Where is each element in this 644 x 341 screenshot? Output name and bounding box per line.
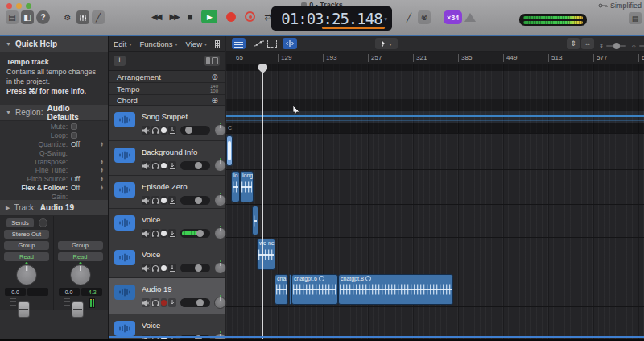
parameter-value[interactable]: Off <box>71 184 99 192</box>
menu-edit[interactable]: Edit▾ <box>114 40 131 48</box>
peak-value[interactable]: -4.3 <box>81 288 102 296</box>
track-header-episode-zero[interactable]: Episode Zero <box>109 176 225 209</box>
region-parameter-row[interactable]: Mute: <box>0 123 108 131</box>
region-list-icon[interactable] <box>232 38 246 49</box>
pencil-icon[interactable]: ╱ <box>92 10 105 24</box>
record-enable-icon[interactable] <box>161 126 167 135</box>
record-button[interactable] <box>226 12 236 22</box>
sends-label[interactable]: Sends <box>6 218 34 227</box>
stop-button[interactable]: ■ <box>188 12 193 22</box>
output-button[interactable]: Stereo Out <box>4 230 49 239</box>
global-track-chord[interactable]: Chord⊕ <box>109 95 225 106</box>
volume-knob[interactable] <box>196 299 204 306</box>
volume-slider[interactable] <box>180 298 210 307</box>
mute-icon[interactable] <box>142 264 150 272</box>
audio-track-icon[interactable] <box>114 182 135 198</box>
chevron-down-icon[interactable]: ▾ <box>384 16 387 23</box>
automation-mode-button[interactable]: Read <box>4 252 49 261</box>
volume-knob[interactable] <box>185 127 192 134</box>
region-parameter-row[interactable]: Q-Swing: <box>0 148 108 157</box>
tempo-automation-line[interactable] <box>226 115 644 117</box>
group-button[interactable]: Group <box>58 241 103 250</box>
fader-zone[interactable] <box>57 298 103 308</box>
audio-region-chatgpt8[interactable]: chatgpt.8 <box>338 274 453 305</box>
menu-functions[interactable]: Functions▾ <box>139 40 177 48</box>
solo-icon[interactable] <box>151 298 159 307</box>
region-inspector-header[interactable]: ▼ Region: Audio Defaults <box>0 105 108 121</box>
track-header-config-button[interactable] <box>204 56 220 66</box>
pan-knob[interactable] <box>214 124 226 136</box>
audio-region-chatgpt6[interactable]: chatgpt.6 <box>291 274 338 305</box>
notes-icon[interactable]: ▤ <box>629 12 642 24</box>
volume-slider[interactable] <box>180 126 210 135</box>
region-parameter-row[interactable]: Quantize:Off▲▼ <box>0 140 108 149</box>
audio-region-long[interactable]: long <box>240 171 254 202</box>
track-name[interactable]: Song Snippet <box>142 112 221 121</box>
timeline-body[interactable]: Clolongwe nechachatgpt.6chatgpt.8chatg <box>226 64 644 339</box>
vertical-zoom-icon[interactable]: ⇕ <box>567 38 580 49</box>
volume-knob[interactable] <box>195 264 202 272</box>
solo-icon[interactable] <box>151 229 159 238</box>
bar-ruler[interactable]: 65129193257321385449513577641 <box>226 52 644 64</box>
volume-knob[interactable] <box>195 162 202 169</box>
audio-track-icon[interactable] <box>114 215 135 231</box>
global-track-tempo[interactable]: Tempo140100 <box>109 83 225 95</box>
track-name[interactable]: Background Info <box>142 148 221 156</box>
audio-region-lo[interactable]: lo <box>231 171 240 202</box>
tempo-lane[interactable] <box>226 111 644 123</box>
play-button[interactable]: ▶ <box>201 10 217 23</box>
mute-icon[interactable] <box>142 126 150 135</box>
tuner-icon[interactable]: ╱ <box>402 10 415 24</box>
input-monitor-icon[interactable] <box>168 161 176 170</box>
volume-knob[interactable] <box>195 197 202 204</box>
input-monitor-icon[interactable] <box>168 298 176 307</box>
fader-handle[interactable] <box>72 301 84 318</box>
playhead-line[interactable] <box>262 64 263 339</box>
solo-icon[interactable] <box>151 264 159 272</box>
capture-record-icon[interactable] <box>245 11 255 22</box>
volume-slider[interactable] <box>180 196 210 205</box>
rewind-button[interactable]: ◀◀ <box>151 12 160 21</box>
pan-knob[interactable] <box>16 264 37 285</box>
marquee-icon[interactable] <box>265 38 279 49</box>
mute-icon[interactable] <box>142 298 150 307</box>
parameter-value[interactable]: Off <box>71 175 99 183</box>
input-monitor-icon[interactable] <box>168 229 176 238</box>
track-header-voice[interactable]: Voice <box>109 209 225 243</box>
stepper-icon[interactable]: ▲▼ <box>99 142 105 147</box>
record-enable-icon[interactable] <box>161 298 167 307</box>
waveform-zoom-icon[interactable]: ⇔ <box>581 38 594 49</box>
parameter-value[interactable]: Off <box>71 140 99 148</box>
playhead-handle[interactable] <box>258 64 267 73</box>
stepper-icon[interactable]: ▲▼ <box>99 160 105 164</box>
track-header-background-info[interactable]: Background Info <box>109 141 225 176</box>
volume-slider[interactable] <box>180 161 210 170</box>
fader-zone[interactable] <box>3 298 50 308</box>
parameter-checkbox[interactable] <box>71 132 77 139</box>
volume-slider[interactable] <box>180 229 210 238</box>
input-monitor-icon[interactable] <box>168 196 176 205</box>
region-parameter-row[interactable]: Fine Tune:▲▼ <box>0 166 108 175</box>
pan-knob[interactable] <box>70 264 91 285</box>
volume-value[interactable]: 0.0 <box>5 288 26 296</box>
pan-knob[interactable] <box>214 297 226 309</box>
audio-track-icon[interactable] <box>114 250 135 265</box>
region-parameter-row[interactable]: Transpose:▲▼ <box>0 157 108 166</box>
add-track-button[interactable]: + <box>114 56 126 66</box>
record-enable-icon[interactable] <box>161 264 167 272</box>
punch-icon[interactable]: ⊗ <box>418 10 431 24</box>
pan-knob[interactable] <box>214 227 226 239</box>
pointer-tool-menu[interactable]: ▾ <box>375 38 398 49</box>
marker-strip[interactable] <box>226 64 644 71</box>
prism-icon[interactable] <box>464 13 476 22</box>
track-name[interactable]: Audio 19 <box>142 285 221 293</box>
vertical-zoom-slider[interactable]: ⇕ <box>599 43 626 49</box>
volume-value[interactable]: 0.0 <box>59 288 80 296</box>
volume-knob[interactable] <box>196 230 204 237</box>
solo-icon[interactable] <box>151 196 159 205</box>
audio-region-cha[interactable]: cha <box>275 274 288 305</box>
flex-icon[interactable] <box>283 38 297 49</box>
stepper-icon[interactable]: ▲▼ <box>99 185 105 190</box>
audio-region[interactable] <box>226 135 233 166</box>
stepper-icon[interactable]: ▲▼ <box>99 168 105 173</box>
